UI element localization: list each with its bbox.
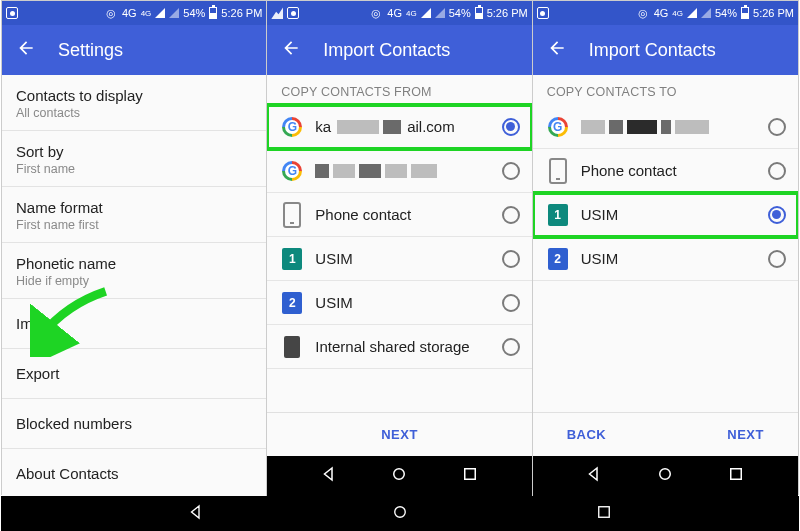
nav-recent-icon[interactable] [595,503,613,525]
status-bar: ◎ 4G 4G 54% 5:26 PM [2,1,266,25]
radio-button[interactable] [502,162,520,180]
row-sub: First name first [16,218,252,232]
row-blocked-numbers[interactable]: Blocked numbers [2,399,266,449]
option-label: Phone contact [315,206,489,223]
battery-icon [209,7,217,19]
option-label: USIM [581,250,756,267]
signal-icon [421,8,431,18]
option-google-account-1[interactable]: ka ail.com [267,105,531,149]
nav-back-icon[interactable] [585,465,603,487]
option-label [581,120,756,134]
android-nav-bar-global [1,496,799,531]
row-label: Name format [16,199,252,216]
redacted [337,120,401,134]
screen-copy-to: ◎ 4G 4G 54% 5:26 PM Import Contacts COPY… [533,1,798,496]
next-button[interactable]: NEXT [381,427,418,442]
nav-recent-icon[interactable] [461,465,479,487]
row-about-contacts[interactable]: About Contacts [2,449,266,496]
settings-list[interactable]: Contacts to display All contacts Sort by… [2,75,266,496]
svg-rect-5 [599,506,610,517]
action-bar: BACK NEXT [533,412,798,456]
row-import[interactable]: Import [2,299,266,349]
radio-button[interactable] [768,162,786,180]
network-label: 4G [122,7,137,19]
nav-home-icon[interactable] [391,503,409,525]
screen-copy-from: ◎ 4G 4G 54% 5:26 PM Import Contacts COPY… [267,1,532,496]
google-icon [547,116,569,138]
row-export[interactable]: Export [2,349,266,399]
radio-button[interactable] [502,206,520,224]
option-internal-storage[interactable]: Internal shared storage [267,325,531,369]
hotspot-icon: ◎ [636,6,650,20]
section-header: COPY CONTACTS FROM [267,75,531,105]
back-arrow-icon[interactable] [16,38,36,62]
app-bar: Settings [2,25,266,75]
svg-point-0 [394,469,405,480]
back-arrow-icon[interactable] [281,38,301,62]
app-bar: Import Contacts [267,25,531,75]
svg-rect-1 [465,469,476,480]
network-label: 4G [654,7,669,19]
copy-to-list: COPY CONTACTS TO Phone contact 1 USIM [533,75,798,412]
nav-recent-icon[interactable] [727,465,745,487]
storage-icon [281,336,303,358]
nav-home-icon[interactable] [390,465,408,487]
android-nav-bar [533,456,798,496]
app-bar: Import Contacts [533,25,798,75]
status-bar: ◎ 4G 4G 54% 5:26 PM [533,1,798,25]
radio-button[interactable] [768,206,786,224]
signal-icon [687,8,697,18]
status-bar: ◎ 4G 4G 54% 5:26 PM [267,1,531,25]
radio-button[interactable] [502,294,520,312]
back-arrow-icon[interactable] [547,38,567,62]
network-4g-small: 4G [406,9,417,18]
app-icon [537,7,549,19]
option-usim-2[interactable]: 2 USIM [533,237,798,281]
svg-point-4 [395,506,406,517]
row-label: Phonetic name [16,255,252,272]
redacted [315,164,437,178]
next-button[interactable]: NEXT [727,427,764,442]
network-4g-small: 4G [141,9,152,18]
option-label: USIM [581,206,756,223]
email-prefix: ka [315,118,331,135]
option-usim-2[interactable]: 2 USIM [267,281,531,325]
option-google-account[interactable] [533,105,798,149]
option-label [315,164,489,178]
hotspot-icon: ◎ [369,6,383,20]
battery-icon [741,7,749,19]
nav-back-icon[interactable] [187,503,205,525]
radio-button[interactable] [768,250,786,268]
signal-icon [155,8,165,18]
radio-button[interactable] [768,118,786,136]
signal-icon-2 [169,8,179,18]
row-label: Import [16,315,252,332]
email-suffix: ail.com [407,118,455,135]
option-label: Phone contact [581,162,756,179]
signal-icon-2 [435,8,445,18]
back-button[interactable]: BACK [567,427,607,442]
row-phonetic-name[interactable]: Phonetic name Hide if empty [2,243,266,299]
option-phone-contact[interactable]: Phone contact [533,149,798,193]
row-label: About Contacts [16,465,252,482]
nav-back-icon[interactable] [320,465,338,487]
option-google-account-2[interactable] [267,149,531,193]
radio-button[interactable] [502,250,520,268]
redacted [581,120,709,134]
row-name-format[interactable]: Name format First name first [2,187,266,243]
battery-percent: 54% [183,7,205,19]
option-usim-1[interactable]: 1 USIM [267,237,531,281]
row-contacts-to-display[interactable]: Contacts to display All contacts [2,75,266,131]
hotspot-icon: ◎ [104,6,118,20]
radio-button[interactable] [502,338,520,356]
option-phone-contact[interactable]: Phone contact [267,193,531,237]
row-sort-by[interactable]: Sort by First name [2,131,266,187]
option-label: Internal shared storage [315,338,489,355]
row-label: Export [16,365,252,382]
radio-button[interactable] [502,118,520,136]
row-label: Sort by [16,143,252,160]
sim1-icon: 1 [547,204,569,226]
option-usim-1[interactable]: 1 USIM [533,193,798,237]
sim1-icon: 1 [281,248,303,270]
nav-home-icon[interactable] [656,465,674,487]
